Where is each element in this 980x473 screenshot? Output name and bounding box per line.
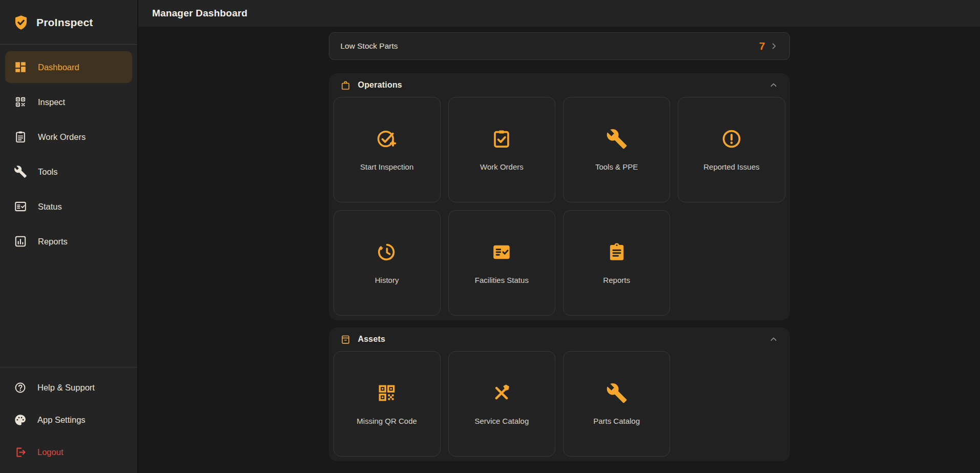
handyman-icon: [491, 382, 512, 404]
sidebar-item-label: Tools: [38, 167, 58, 177]
tile-work-orders[interactable]: Work Orders: [448, 97, 555, 202]
tile-label: Missing QR Code: [357, 417, 417, 425]
inventory-box-icon: [340, 334, 351, 345]
tile-label: Work Orders: [480, 162, 524, 171]
history-icon: [376, 241, 398, 263]
tile-label: Start Inspection: [360, 162, 413, 171]
chevron-right-icon: [769, 41, 779, 51]
sidebar-item-label: Logout: [37, 447, 63, 457]
tile-tools-ppe[interactable]: Tools & PPE: [563, 97, 670, 202]
clipboard-check-icon: [491, 128, 512, 150]
tile-missing-qr-code[interactable]: Missing QR Code: [333, 351, 441, 457]
sidebar-item-label: Work Orders: [38, 132, 86, 142]
sidebar-item-label: App Settings: [37, 415, 86, 425]
tile-reports[interactable]: Reports: [563, 210, 670, 316]
tile-facilities-status[interactable]: Facilities Status: [448, 210, 555, 316]
section-header-assets[interactable]: Assets: [333, 327, 785, 351]
tile-reported-issues[interactable]: Reported Issues: [678, 97, 785, 202]
sidebar-item-status[interactable]: Status: [5, 191, 132, 222]
sidebar-item-work-orders[interactable]: Work Orders: [5, 121, 132, 153]
app-name: ProInspect: [36, 16, 93, 29]
fact-check-filled-icon: [491, 241, 512, 263]
qr-scan-icon: [14, 95, 27, 109]
tile-parts-catalog[interactable]: Parts Catalog: [563, 351, 670, 457]
section-operations: Operations Start Inspection Work Orders …: [329, 73, 790, 320]
page-title: Manager Dashboard: [152, 8, 247, 19]
sidebar-item-inspect[interactable]: Inspect: [5, 86, 132, 118]
help-circle-icon: [14, 381, 27, 394]
sidebar-item-dashboard[interactable]: Dashboard: [5, 51, 132, 83]
tile-label: History: [375, 276, 399, 284]
main-area: Manager Dashboard Low Stock Parts 7 Oper…: [138, 0, 980, 473]
sidebar: ProInspect Dashboard Inspect Work Orders…: [0, 0, 138, 473]
section-header-operations[interactable]: Operations: [333, 73, 785, 97]
section-title: Assets: [358, 335, 386, 344]
chevron-up-icon: [768, 80, 779, 90]
sidebar-item-logout[interactable]: Logout: [5, 436, 132, 468]
sidebar-item-label: Status: [38, 202, 62, 212]
sidebar-item-help-support[interactable]: Help & Support: [5, 372, 132, 403]
sidebar-item-label: Inspect: [38, 97, 65, 107]
tile-label: Service Catalog: [474, 417, 529, 425]
sidebar-item-label: Reports: [38, 237, 68, 246]
tile-start-inspection[interactable]: Start Inspection: [333, 97, 441, 202]
alert-card-right: 7: [759, 40, 779, 52]
tile-label: Parts Catalog: [593, 417, 640, 425]
tile-label: Facilities Status: [475, 276, 529, 284]
fact-check-icon: [14, 200, 27, 213]
alert-card-label: Low Stock Parts: [341, 42, 398, 51]
dashboard-icon: [14, 60, 27, 74]
app-window: ProInspect Dashboard Inspect Work Orders…: [0, 0, 980, 473]
sidebar-nav: Dashboard Inspect Work Orders Tools Stat…: [0, 45, 137, 260]
sidebar-item-reports[interactable]: Reports: [5, 225, 132, 257]
sections-container: Operations Start Inspection Work Orders …: [329, 73, 790, 468]
sidebar-footer: Help & Support App Settings Logout: [0, 367, 137, 473]
low-stock-count-badge: 7: [759, 40, 765, 52]
content-column: Low Stock Parts 7 Operations Start Inspe…: [329, 32, 790, 468]
clipboard-icon: [14, 130, 27, 143]
sidebar-item-app-settings[interactable]: App Settings: [5, 404, 132, 436]
logout-icon: [14, 446, 27, 459]
sidebar-item-tools[interactable]: Tools: [5, 156, 132, 188]
low-stock-parts-card[interactable]: Low Stock Parts 7: [329, 32, 790, 60]
sidebar-item-label: Dashboard: [38, 63, 79, 72]
section-title: Operations: [358, 80, 402, 90]
tile-grid: Start Inspection Work Orders Tools & PPE…: [333, 97, 785, 316]
alert-circle-icon: [721, 128, 742, 150]
wrench-icon: [606, 128, 628, 150]
clipboard-filled-icon: [606, 241, 628, 263]
tile-label: Reported Issues: [703, 162, 759, 171]
shield-check-icon: [13, 14, 29, 31]
tile-history[interactable]: History: [333, 210, 441, 316]
chevron-up-icon: [768, 334, 779, 344]
app-logo: ProInspect: [0, 0, 137, 44]
add-task-icon: [376, 128, 398, 150]
briefcase-icon: [340, 80, 351, 91]
section-assets: Assets Missing QR Code Service Catalog P…: [329, 327, 790, 461]
wrench-icon: [14, 165, 27, 178]
tile-grid: Missing QR Code Service Catalog Parts Ca…: [333, 351, 785, 457]
wrench-icon: [606, 382, 628, 404]
palette-icon: [14, 414, 27, 426]
sidebar-item-label: Help & Support: [37, 383, 95, 393]
content-area: Low Stock Parts 7 Operations Start Inspe…: [138, 27, 980, 473]
tile-service-catalog[interactable]: Service Catalog: [448, 351, 555, 457]
qr-code-icon: [376, 382, 398, 404]
top-bar: Manager Dashboard: [138, 0, 980, 27]
tile-label: Tools & PPE: [595, 162, 638, 171]
tile-label: Reports: [603, 276, 630, 284]
bar-chart-icon: [14, 235, 27, 248]
